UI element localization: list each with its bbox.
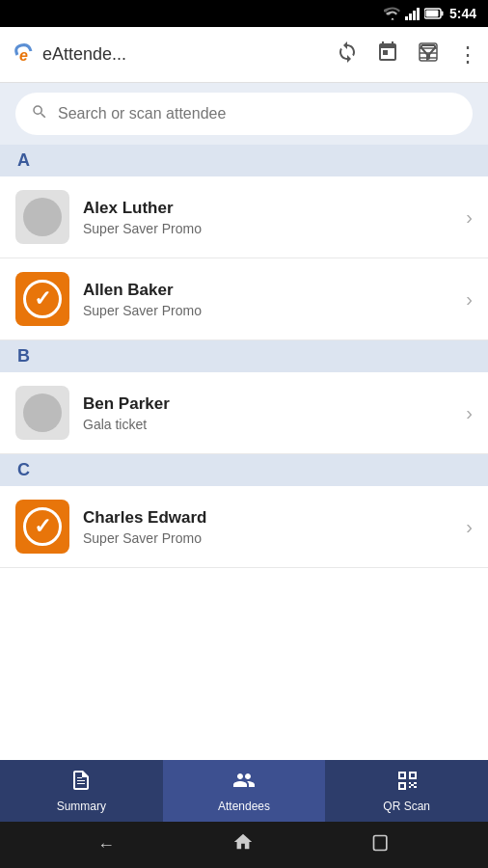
attendee-item[interactable]: ✓ Allen Baker Super Saver Promo › (0, 258, 488, 340)
attendee-item[interactable]: Alex Luther Super Saver Promo › (0, 176, 488, 258)
check-circle: ✓ (23, 507, 62, 546)
svg-text:e: e (19, 47, 28, 64)
attendee-ticket: Super Saver Promo (83, 530, 458, 546)
attendee-info: Ben Parker Gala ticket (83, 394, 458, 432)
app-logo-svg: e (10, 40, 41, 70)
nav-label-qr-scan: QR Scan (383, 800, 430, 813)
attendee-name: Allen Baker (83, 281, 458, 300)
attendee-item[interactable]: ✓ Charles Edward Super Saver Promo › (0, 486, 488, 568)
search-input[interactable] (58, 105, 457, 122)
chevron-right-icon: › (466, 206, 473, 229)
avatar-unchecked (15, 190, 69, 244)
nav-label-attendees: Attendees (218, 800, 270, 813)
nav-item-summary[interactable]: Summary (0, 760, 163, 822)
android-nav: ← (0, 822, 488, 868)
filter-button[interactable] (417, 41, 440, 69)
attendee-list-content: A Alex Luther Super Saver Promo › ✓ Alle… (0, 145, 488, 760)
svg-rect-2 (413, 11, 416, 20)
back-button[interactable]: ← (97, 835, 115, 855)
recents-button[interactable] (371, 833, 391, 857)
section-header-c: C (0, 454, 488, 486)
attendee-info: Charles Edward Super Saver Promo (83, 508, 458, 546)
check-circle: ✓ (23, 280, 62, 318)
nav-item-qr-scan[interactable]: QR Scan (325, 760, 488, 822)
status-bar: 5:44 (0, 0, 488, 27)
attendee-info: Allen Baker Super Saver Promo (83, 281, 458, 318)
avatar-circle (23, 393, 62, 432)
calendar-button[interactable] (376, 41, 399, 69)
wifi-icon (384, 7, 401, 20)
chevron-right-icon: › (466, 516, 473, 538)
attendee-name: Alex Luther (83, 199, 458, 218)
section-header-b: B (0, 340, 488, 372)
nav-label-summary: Summary (57, 800, 106, 813)
more-options-button[interactable]: ⋮ (457, 42, 478, 68)
attendee-info: Alex Luther Super Saver Promo (83, 199, 458, 236)
avatar-circle (23, 198, 62, 236)
section-header-a: A (0, 145, 488, 176)
svg-rect-1 (409, 14, 412, 20)
home-button[interactable] (232, 831, 254, 858)
qr-icon (395, 769, 419, 796)
summary-icon (69, 769, 93, 796)
svg-rect-12 (374, 835, 387, 850)
app-logo: e eAttende... (10, 40, 336, 70)
avatar-checked: ✓ (15, 272, 69, 326)
attendee-item[interactable]: Ben Parker Gala ticket › (0, 372, 488, 454)
search-icon (31, 103, 48, 125)
attendee-ticket: Gala ticket (83, 417, 458, 432)
toolbar-actions: ⋮ (336, 41, 478, 69)
attendee-ticket: Super Saver Promo (83, 221, 458, 236)
search-container (0, 83, 488, 145)
status-icons (384, 7, 444, 20)
battery-icon (424, 8, 444, 19)
attendee-ticket: Super Saver Promo (83, 303, 458, 318)
app-name-text: eAttende... (42, 44, 126, 65)
chevron-right-icon: › (466, 288, 473, 311)
attendee-name: Ben Parker (83, 394, 458, 414)
svg-rect-5 (441, 12, 443, 16)
svg-rect-0 (405, 16, 408, 20)
svg-rect-3 (417, 8, 420, 20)
toolbar: e eAttende... ⋮ (0, 27, 488, 83)
checkmark-icon: ✓ (34, 516, 51, 537)
attendee-name: Charles Edward (83, 508, 458, 528)
attendees-icon (232, 769, 256, 796)
bottom-nav: Summary Attendees QR Scan (0, 760, 488, 822)
svg-rect-6 (425, 11, 438, 17)
refresh-button[interactable] (336, 41, 359, 69)
checkmark-icon: ✓ (34, 288, 51, 310)
chevron-right-icon: › (466, 402, 473, 424)
avatar-checked: ✓ (15, 500, 69, 554)
avatar-unchecked (15, 386, 69, 440)
search-bar (15, 93, 473, 135)
nav-item-attendees[interactable]: Attendees (163, 760, 326, 822)
status-time: 5:44 (449, 6, 476, 21)
signal-icon (405, 7, 420, 20)
